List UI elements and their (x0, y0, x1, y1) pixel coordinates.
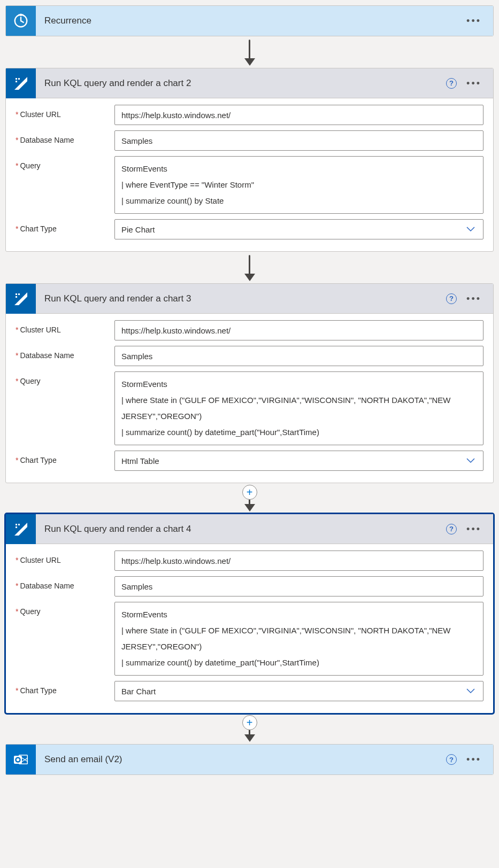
kql-card-2: Run KQL query and render a chart 2 ? •••… (5, 68, 494, 252)
svg-rect-2 (16, 78, 17, 80)
svg-rect-9 (18, 524, 20, 525)
connector-with-add: + (5, 714, 494, 744)
svg-rect-4 (16, 81, 17, 82)
more-icon[interactable]: ••• (466, 294, 481, 304)
cluster-url-input[interactable]: https://help.kusto.windows.net/ (114, 551, 483, 571)
kql-title-3: Run KQL query and render a chart 3 (36, 293, 446, 304)
more-icon[interactable]: ••• (466, 16, 481, 26)
svg-rect-7 (16, 296, 17, 298)
query-input[interactable]: StormEvents | where EventType == "Winter… (114, 156, 483, 214)
label-database-name: Database Name (16, 130, 114, 144)
label-query: Query (16, 371, 114, 385)
chart-type-select[interactable]: Pie Chart (114, 219, 483, 239)
kql-header-3[interactable]: Run KQL query and render a chart 3 ? ••• (6, 284, 493, 314)
help-icon[interactable]: ? (446, 78, 457, 89)
label-chart-type: Chart Type (16, 681, 114, 695)
recurrence-title: Recurrence (36, 15, 466, 26)
label-query: Query (16, 156, 114, 170)
query-input[interactable]: StormEvents | where State in ("GULF OF M… (114, 602, 483, 676)
label-cluster-url: Cluster URL (16, 320, 114, 334)
svg-rect-5 (16, 293, 17, 295)
help-icon[interactable]: ? (446, 293, 457, 304)
svg-rect-6 (18, 293, 20, 295)
recurrence-icon (6, 6, 36, 36)
send-email-card[interactable]: Send an email (V2) ? ••• (5, 744, 494, 775)
cluster-url-input[interactable]: https://help.kusto.windows.net/ (114, 320, 483, 340)
kql-header-4[interactable]: Run KQL query and render a chart 4 ? ••• (6, 514, 493, 544)
kql-card-3: Run KQL query and render a chart 3 ? •••… (5, 283, 494, 483)
kql-title-4: Run KQL query and render a chart 4 (36, 524, 446, 534)
kql-header-2[interactable]: Run KQL query and render a chart 2 ? ••• (6, 68, 493, 98)
kql-body-2: Cluster URL https://help.kusto.windows.n… (6, 98, 493, 251)
recurrence-card[interactable]: Recurrence ••• (5, 5, 494, 36)
connector-arrow (5, 252, 494, 283)
more-icon[interactable]: ••• (466, 79, 481, 88)
label-cluster-url: Cluster URL (16, 551, 114, 564)
chart-type-value: Bar Chart (121, 687, 156, 696)
azure-data-explorer-icon (6, 284, 36, 314)
cluster-url-input[interactable]: https://help.kusto.windows.net/ (114, 105, 483, 125)
add-step-button[interactable]: + (242, 485, 257, 500)
database-name-input[interactable]: Samples (114, 576, 483, 596)
recurrence-header[interactable]: Recurrence ••• (6, 6, 493, 36)
azure-data-explorer-icon (6, 514, 36, 544)
help-icon[interactable]: ? (446, 754, 457, 765)
label-cluster-url: Cluster URL (16, 105, 114, 119)
database-name-input[interactable]: Samples (114, 346, 483, 366)
query-input[interactable]: StormEvents | where State in ("GULF OF M… (114, 371, 483, 445)
label-chart-type: Chart Type (16, 219, 114, 233)
add-step-button[interactable]: + (242, 715, 257, 730)
chart-type-value: Pie Chart (121, 225, 155, 234)
kql-card-4: Run KQL query and render a chart 4 ? •••… (5, 514, 494, 714)
more-icon[interactable]: ••• (466, 755, 481, 764)
connector-with-add: + (5, 483, 494, 514)
svg-rect-8 (16, 524, 17, 525)
svg-rect-10 (16, 526, 17, 528)
chevron-down-icon (466, 458, 475, 464)
label-database-name: Database Name (16, 576, 114, 590)
label-database-name: Database Name (16, 346, 114, 360)
kql-body-4: Cluster URL https://help.kusto.windows.n… (6, 544, 493, 713)
label-query: Query (16, 602, 114, 616)
more-icon[interactable]: ••• (466, 524, 481, 534)
database-name-input[interactable]: Samples (114, 130, 483, 151)
svg-rect-3 (18, 78, 20, 80)
chart-type-value: Html Table (121, 456, 159, 466)
label-chart-type: Chart Type (16, 451, 114, 464)
kql-body-3: Cluster URL https://help.kusto.windows.n… (6, 314, 493, 483)
send-email-header[interactable]: Send an email (V2) ? ••• (6, 745, 493, 774)
chevron-down-icon (466, 226, 475, 232)
outlook-icon (6, 745, 36, 774)
chevron-down-icon (466, 688, 475, 694)
chart-type-select[interactable]: Bar Chart (114, 681, 483, 701)
chart-type-select[interactable]: Html Table (114, 451, 483, 471)
azure-data-explorer-icon (6, 68, 36, 98)
kql-title-2: Run KQL query and render a chart 2 (36, 78, 446, 89)
help-icon[interactable]: ? (446, 524, 457, 534)
connector-arrow (5, 36, 494, 68)
send-email-title: Send an email (V2) (36, 754, 446, 765)
